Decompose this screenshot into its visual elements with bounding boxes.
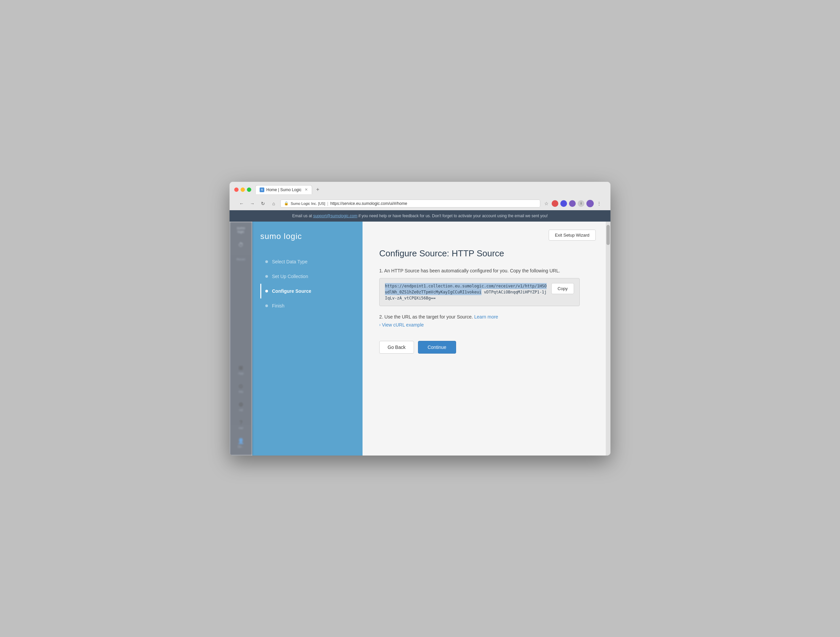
main-content: Exit Setup Wizard Configure Source: HTTP… <box>363 221 606 455</box>
wizard-sidebar: sumo logic Select Data Type Set Up Colle… <box>252 221 363 455</box>
admin-icon: ⚙ <box>238 401 243 408</box>
bookmark-icon[interactable]: ☆ <box>543 200 549 207</box>
browser-titlebar: S Home | Sumo Logic ✕ + <box>234 185 606 194</box>
sidebar-item-user[interactable]: 👤 (lju... <box>235 435 247 451</box>
step-label-select-data-type: Select Data Type <box>272 259 307 264</box>
tab-close-button[interactable]: ✕ <box>305 188 308 192</box>
support-email-link[interactable]: support@sumologic.com <box>313 213 357 218</box>
new-tab-button[interactable]: + <box>313 185 322 194</box>
recent-label: Recen <box>237 258 245 261</box>
browser-toolbar: ← → ↻ ⌂ 🔒 Sumo Logic Inc. [US] | https:/… <box>234 197 606 210</box>
wizard-step-setup-collection[interactable]: Set Up Collection <box>260 269 355 284</box>
scrollbar-thumb[interactable] <box>606 225 610 245</box>
manage-label: Ma <box>238 390 245 394</box>
sidebar-item-admin[interactable]: ⚙ Ad <box>235 399 247 414</box>
extension-icon-red[interactable] <box>552 200 558 207</box>
sidebar-logo: sumologic <box>235 226 246 234</box>
menu-icon[interactable]: ⋮ <box>596 200 602 207</box>
admin-label: Ad <box>238 408 244 412</box>
step-label-configure-source: Configure Source <box>272 288 311 294</box>
notification-text-before: Email us at <box>292 213 313 218</box>
step1-instruction: 1. An HTTP Source has been automatically… <box>379 268 589 273</box>
apps-label: App <box>237 371 245 375</box>
wizard-steps: Select Data Type Set Up Collection Confi… <box>260 254 355 313</box>
sidebar-item-apps[interactable]: ⊞ App <box>235 362 247 378</box>
help-label: Hel <box>237 427 245 430</box>
action-buttons: Go Back Continue <box>379 341 589 354</box>
step2-instruction: 2. Use the URL as the target for your So… <box>379 314 589 319</box>
view-curl-link[interactable]: › View cURL example <box>379 322 589 327</box>
help-icon: ? <box>240 420 243 426</box>
site-identity: Sumo Logic Inc. [US] <box>291 202 325 205</box>
user-label: (lju... <box>236 445 246 448</box>
step-label-setup-collection: Set Up Collection <box>272 274 308 279</box>
browser-tab[interactable]: S Home | Sumo Logic ✕ <box>255 185 312 194</box>
close-window-button[interactable] <box>234 188 238 192</box>
step-dot-configure-source <box>265 290 268 292</box>
url-box: https://endpoint1.collection.eu.sumologi… <box>379 278 580 306</box>
wizard-step-configure-source[interactable]: Configure Source <box>260 284 355 299</box>
notification-bar: Email us at support@sumologic.com if you… <box>229 210 611 221</box>
browser-chrome: S Home | Sumo Logic ✕ + ← → ↻ ⌂ 🔒 Sumo L… <box>229 182 611 210</box>
go-back-button[interactable]: Go Back <box>379 341 414 354</box>
app-content: Email us at support@sumologic.com if you… <box>229 210 611 455</box>
reload-button[interactable]: ↻ <box>259 199 267 207</box>
step2-text: 2. Use the URL as the target for your So… <box>379 314 473 319</box>
step-label-finish: Finish <box>272 303 284 308</box>
tab-favicon: S <box>260 188 264 192</box>
address-bar[interactable]: 🔒 Sumo Logic Inc. [US] | https://service… <box>280 199 540 207</box>
traffic-lights <box>234 188 251 192</box>
user-icon: 👤 <box>238 438 244 444</box>
maximize-window-button[interactable] <box>247 188 251 192</box>
url-separator: | <box>327 201 328 206</box>
wizard-logo: sumo logic <box>260 232 355 241</box>
sidebar-left: sumologic ⏱ Recen ⊞ App ⊙ Ma ⚙ Ad <box>229 221 252 455</box>
extension-icon-blue[interactable] <box>561 200 567 207</box>
page-title: Configure Source: HTTP Source <box>379 248 589 259</box>
app-body: sumologic ⏱ Recen ⊞ App ⊙ Ma ⚙ Ad <box>229 221 611 455</box>
continue-button[interactable]: Continue <box>418 341 456 354</box>
apps-icon: ⊞ <box>238 365 243 371</box>
tab-bar: S Home | Sumo Logic ✕ + <box>255 185 606 194</box>
forward-button[interactable]: → <box>248 199 256 207</box>
curl-link-label: View cURL example <box>382 322 424 327</box>
user-avatar[interactable] <box>586 200 594 207</box>
wizard-step-finish[interactable]: Finish <box>260 299 355 313</box>
info-icon[interactable]: i <box>578 200 584 207</box>
step-dot-setup-collection <box>265 275 268 278</box>
sidebar-item-manage[interactable]: ⊙ Ma <box>235 380 247 396</box>
step-dot-finish <box>265 305 268 307</box>
back-button[interactable]: ← <box>238 199 246 207</box>
manage-icon: ⊙ <box>238 383 243 389</box>
toolbar-icons: ☆ i ⋮ <box>543 200 602 207</box>
sidebar-item-help[interactable]: ? Hel <box>235 417 247 433</box>
step-dot-select-data-type <box>265 260 268 263</box>
url-value: https://endpoint1.collection.eu.sumologi… <box>385 283 547 301</box>
tab-label: Home | Sumo Logic <box>266 188 302 192</box>
extension-icon-purple[interactable] <box>569 200 576 207</box>
exit-wizard-button[interactable]: Exit Setup Wizard <box>549 229 596 240</box>
minimize-window-button[interactable] <box>241 188 245 192</box>
copy-button[interactable]: Copy <box>551 283 574 294</box>
wizard-step-select-data-type[interactable]: Select Data Type <box>260 254 355 269</box>
security-lock-icon: 🔒 <box>284 201 289 205</box>
sidebar-clock-icon[interactable]: ⏱ <box>235 239 247 251</box>
url-text: https://service.eu.sumologic.com/ui/#/ho… <box>330 201 537 206</box>
chevron-right-icon: › <box>379 322 381 327</box>
browser-window: S Home | Sumo Logic ✕ + ← → ↻ ⌂ 🔒 Sumo L… <box>229 182 611 455</box>
notification-text-after: if you need help or have feedback for us… <box>358 213 548 218</box>
sidebar-bottom: ⊞ App ⊙ Ma ⚙ Ad ? Hel <box>235 362 247 451</box>
scrollbar[interactable] <box>606 221 611 455</box>
learn-more-link[interactable]: Learn more <box>474 314 498 319</box>
home-button[interactable]: ⌂ <box>270 199 278 207</box>
